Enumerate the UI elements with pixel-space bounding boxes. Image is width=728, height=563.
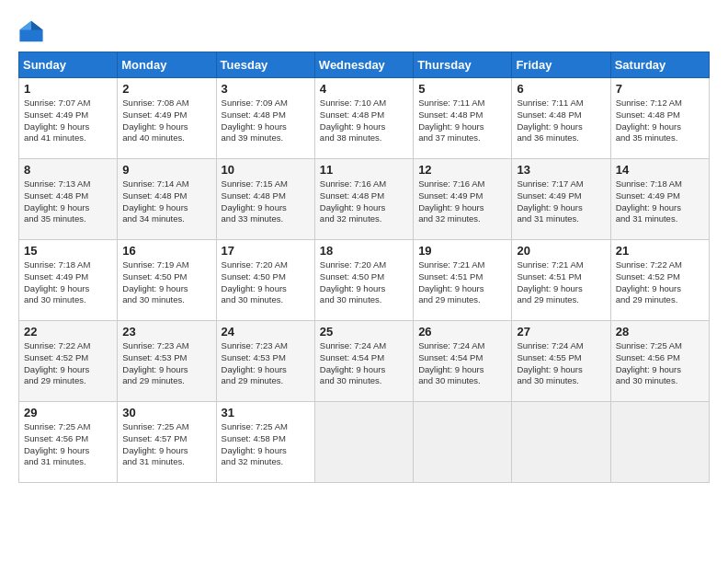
day-info: Sunrise: 7:18 AM Sunset: 4:49 PM Dayligh…	[24, 259, 112, 306]
calendar-day-cell: 18 Sunrise: 7:20 AM Sunset: 4:50 PM Dayl…	[314, 240, 413, 321]
day-info: Sunrise: 7:10 AM Sunset: 4:48 PM Dayligh…	[320, 98, 408, 144]
calendar-header-row: SundayMondayTuesdayWednesdayThursdayFrid…	[19, 52, 710, 78]
logo-icon	[18, 18, 44, 44]
day-number: 2	[122, 82, 210, 96]
calendar-day-cell: 31 Sunrise: 7:25 AM Sunset: 4:58 PM Dayl…	[216, 402, 314, 483]
calendar-day-cell: 12 Sunrise: 7:16 AM Sunset: 4:49 PM Dayl…	[414, 159, 512, 240]
day-info: Sunrise: 7:08 AM Sunset: 4:49 PM Dayligh…	[122, 98, 210, 144]
calendar-day-cell: 10 Sunrise: 7:15 AM Sunset: 4:48 PM Dayl…	[216, 159, 314, 240]
calendar-day-cell: 29 Sunrise: 7:25 AM Sunset: 4:56 PM Dayl…	[19, 402, 118, 483]
calendar-day-cell: 14 Sunrise: 7:18 AM Sunset: 4:49 PM Dayl…	[610, 159, 709, 240]
calendar-week-row: 15 Sunrise: 7:18 AM Sunset: 4:49 PM Dayl…	[19, 240, 710, 321]
day-number: 10	[222, 163, 310, 177]
day-info: Sunrise: 7:23 AM Sunset: 4:53 PM Dayligh…	[122, 340, 210, 387]
day-info: Sunrise: 7:14 AM Sunset: 4:48 PM Dayligh…	[122, 178, 210, 225]
day-info: Sunrise: 7:24 AM Sunset: 4:55 PM Dayligh…	[517, 340, 605, 387]
day-number: 5	[418, 82, 506, 96]
day-number: 31	[222, 406, 310, 419]
calendar-day-cell: 26 Sunrise: 7:24 AM Sunset: 4:54 PM Dayl…	[414, 321, 512, 402]
svg-marker-1	[31, 21, 43, 30]
day-info: Sunrise: 7:22 AM Sunset: 4:52 PM Dayligh…	[24, 340, 112, 387]
calendar-day-cell: 9 Sunrise: 7:14 AM Sunset: 4:48 PM Dayli…	[118, 159, 216, 240]
day-info: Sunrise: 7:12 AM Sunset: 4:48 PM Dayligh…	[616, 98, 704, 144]
day-number: 6	[517, 82, 605, 96]
day-info: Sunrise: 7:25 AM Sunset: 4:57 PM Dayligh…	[122, 421, 210, 468]
day-info: Sunrise: 7:15 AM Sunset: 4:48 PM Dayligh…	[222, 178, 310, 225]
calendar-day-cell: 7 Sunrise: 7:12 AM Sunset: 4:48 PM Dayli…	[610, 78, 709, 159]
calendar-day-cell: 13 Sunrise: 7:17 AM Sunset: 4:49 PM Dayl…	[512, 159, 610, 240]
day-number: 4	[320, 82, 408, 96]
day-info: Sunrise: 7:24 AM Sunset: 4:54 PM Dayligh…	[320, 340, 408, 387]
calendar-week-row: 29 Sunrise: 7:25 AM Sunset: 4:56 PM Dayl…	[19, 402, 710, 483]
calendar-day-cell: 11 Sunrise: 7:16 AM Sunset: 4:48 PM Dayl…	[314, 159, 413, 240]
calendar-day-cell: 16 Sunrise: 7:19 AM Sunset: 4:50 PM Dayl…	[118, 240, 216, 321]
calendar-week-row: 22 Sunrise: 7:22 AM Sunset: 4:52 PM Dayl…	[19, 321, 710, 402]
day-info: Sunrise: 7:19 AM Sunset: 4:50 PM Dayligh…	[122, 259, 210, 306]
calendar-day-cell: 22 Sunrise: 7:22 AM Sunset: 4:52 PM Dayl…	[19, 321, 118, 402]
day-number: 29	[24, 406, 112, 419]
calendar-day-cell: 25 Sunrise: 7:24 AM Sunset: 4:54 PM Dayl…	[314, 321, 413, 402]
calendar-day-cell: 19 Sunrise: 7:21 AM Sunset: 4:51 PM Dayl…	[414, 240, 512, 321]
day-info: Sunrise: 7:22 AM Sunset: 4:52 PM Dayligh…	[616, 259, 704, 306]
calendar-day-cell: 4 Sunrise: 7:10 AM Sunset: 4:48 PM Dayli…	[314, 78, 413, 159]
day-number: 26	[418, 325, 506, 339]
day-number: 11	[320, 163, 408, 177]
day-info: Sunrise: 7:21 AM Sunset: 4:51 PM Dayligh…	[418, 259, 506, 306]
calendar-day-header: Tuesday	[216, 52, 314, 78]
day-number: 30	[122, 406, 210, 419]
calendar-day-cell: 28 Sunrise: 7:25 AM Sunset: 4:56 PM Dayl…	[610, 321, 709, 402]
day-number: 22	[24, 325, 112, 339]
day-number: 1	[24, 82, 112, 96]
svg-marker-2	[19, 21, 31, 30]
calendar-day-header: Sunday	[19, 52, 118, 78]
day-info: Sunrise: 7:24 AM Sunset: 4:54 PM Dayligh…	[418, 340, 506, 387]
day-info: Sunrise: 7:20 AM Sunset: 4:50 PM Dayligh…	[320, 259, 408, 306]
day-info: Sunrise: 7:25 AM Sunset: 4:58 PM Dayligh…	[222, 421, 310, 468]
day-number: 12	[418, 163, 506, 177]
day-info: Sunrise: 7:25 AM Sunset: 4:56 PM Dayligh…	[24, 421, 112, 468]
day-number: 18	[320, 244, 408, 258]
calendar-day-cell: 24 Sunrise: 7:23 AM Sunset: 4:53 PM Dayl…	[216, 321, 314, 402]
calendar-table: SundayMondayTuesdayWednesdayThursdayFrid…	[18, 52, 710, 483]
calendar-day-cell	[314, 402, 413, 483]
day-info: Sunrise: 7:09 AM Sunset: 4:48 PM Dayligh…	[222, 98, 310, 144]
calendar-day-cell: 30 Sunrise: 7:25 AM Sunset: 4:57 PM Dayl…	[118, 402, 216, 483]
day-info: Sunrise: 7:18 AM Sunset: 4:49 PM Dayligh…	[616, 178, 704, 225]
day-number: 13	[517, 163, 605, 177]
day-number: 9	[122, 163, 210, 177]
day-number: 24	[222, 325, 310, 339]
calendar-day-cell: 8 Sunrise: 7:13 AM Sunset: 4:48 PM Dayli…	[19, 159, 118, 240]
calendar-day-cell: 5 Sunrise: 7:11 AM Sunset: 4:48 PM Dayli…	[414, 78, 512, 159]
day-info: Sunrise: 7:13 AM Sunset: 4:48 PM Dayligh…	[24, 178, 112, 225]
calendar-day-cell: 27 Sunrise: 7:24 AM Sunset: 4:55 PM Dayl…	[512, 321, 610, 402]
day-number: 23	[122, 325, 210, 339]
day-number: 25	[320, 325, 408, 339]
day-number: 8	[24, 163, 112, 177]
day-number: 27	[517, 325, 605, 339]
calendar-day-cell	[610, 402, 709, 483]
calendar-day-cell: 2 Sunrise: 7:08 AM Sunset: 4:49 PM Dayli…	[118, 78, 216, 159]
calendar-day-cell: 6 Sunrise: 7:11 AM Sunset: 4:48 PM Dayli…	[512, 78, 610, 159]
calendar-day-cell	[414, 402, 512, 483]
calendar-day-cell: 3 Sunrise: 7:09 AM Sunset: 4:48 PM Dayli…	[216, 78, 314, 159]
calendar-day-header: Friday	[512, 52, 610, 78]
day-number: 16	[122, 244, 210, 258]
day-number: 17	[222, 244, 310, 258]
day-number: 14	[616, 163, 704, 177]
calendar-day-cell: 1 Sunrise: 7:07 AM Sunset: 4:49 PM Dayli…	[19, 78, 118, 159]
day-number: 21	[616, 244, 704, 258]
day-number: 7	[616, 82, 704, 96]
day-number: 19	[418, 244, 506, 258]
day-info: Sunrise: 7:25 AM Sunset: 4:56 PM Dayligh…	[616, 340, 704, 387]
day-number: 15	[24, 244, 112, 258]
day-info: Sunrise: 7:17 AM Sunset: 4:49 PM Dayligh…	[517, 178, 605, 225]
day-info: Sunrise: 7:16 AM Sunset: 4:48 PM Dayligh…	[320, 178, 408, 225]
calendar-day-cell: 17 Sunrise: 7:20 AM Sunset: 4:50 PM Dayl…	[216, 240, 314, 321]
day-info: Sunrise: 7:20 AM Sunset: 4:50 PM Dayligh…	[222, 259, 310, 306]
day-info: Sunrise: 7:11 AM Sunset: 4:48 PM Dayligh…	[517, 98, 605, 144]
day-info: Sunrise: 7:16 AM Sunset: 4:49 PM Dayligh…	[418, 178, 506, 225]
calendar-week-row: 1 Sunrise: 7:07 AM Sunset: 4:49 PM Dayli…	[19, 78, 710, 159]
calendar-day-cell: 21 Sunrise: 7:22 AM Sunset: 4:52 PM Dayl…	[610, 240, 709, 321]
logo	[18, 18, 48, 44]
calendar-day-header: Monday	[118, 52, 216, 78]
